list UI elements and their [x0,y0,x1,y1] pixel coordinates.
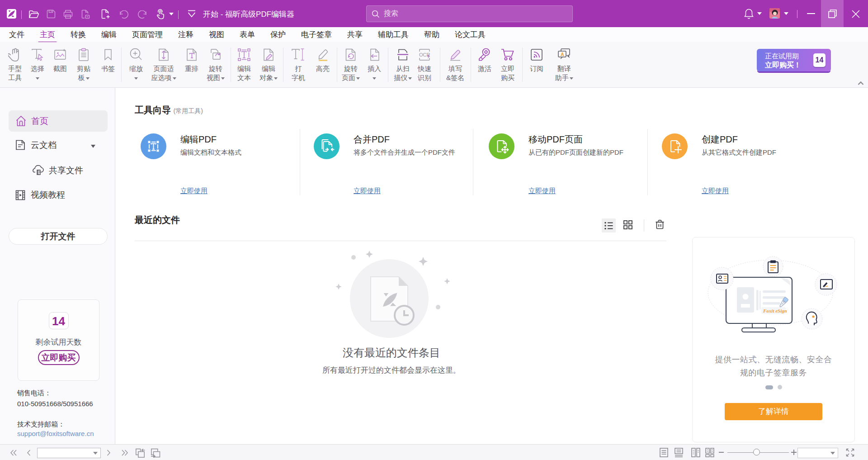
svg-text:A: A [561,52,564,57]
svg-text:Foxit eSign: Foxit eSign [763,308,787,313]
